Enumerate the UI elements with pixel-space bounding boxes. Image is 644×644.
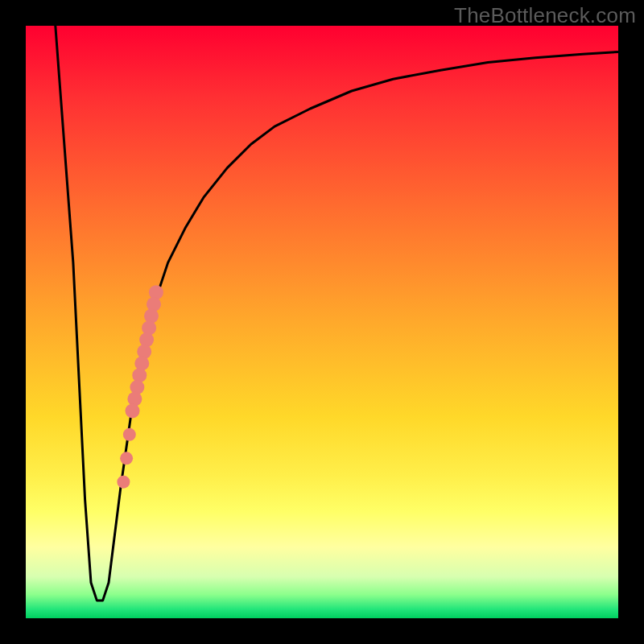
data-point <box>126 403 140 418</box>
watermark-text: TheBottleneck.com <box>454 3 636 28</box>
plot-area <box>26 26 618 618</box>
chart-frame: TheBottleneck.com <box>0 0 644 644</box>
data-point <box>117 476 130 489</box>
data-point <box>120 452 133 464</box>
highlighted-points <box>117 285 163 489</box>
chart-overlay <box>26 26 618 618</box>
data-point <box>123 428 136 441</box>
bottleneck-curve <box>56 26 618 601</box>
